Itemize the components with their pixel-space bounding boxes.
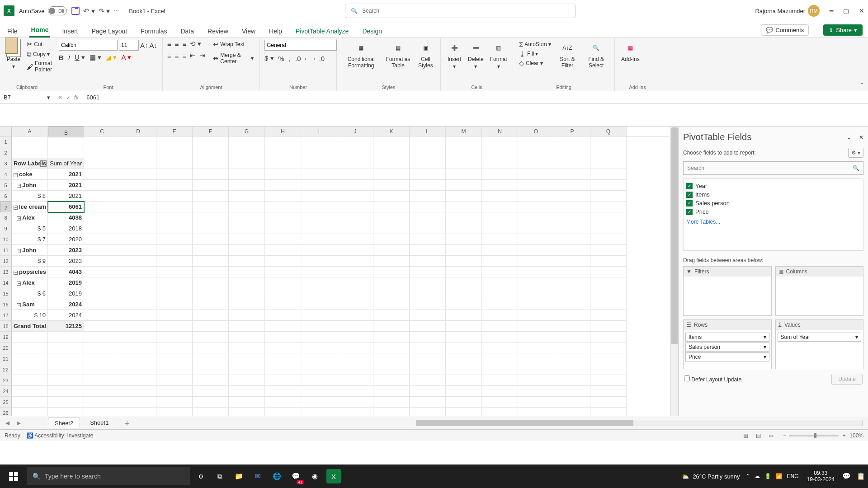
cell-B12[interactable]: 2023 <box>48 256 84 267</box>
cell-C1[interactable] <box>84 136 120 147</box>
column-header-B[interactable]: B <box>48 127 84 137</box>
cell-B8[interactable]: 4038 <box>48 212 84 223</box>
cell-J6[interactable] <box>337 191 373 202</box>
font-name-select[interactable] <box>59 40 118 51</box>
row-header[interactable]: 9 <box>0 223 12 234</box>
normal-view-icon[interactable]: ▦ <box>740 431 751 441</box>
cell-Q14[interactable] <box>590 277 627 288</box>
cell-F9[interactable] <box>193 223 229 234</box>
cell-I11[interactable] <box>301 245 337 256</box>
pill-sum-of-year[interactable]: Sum of Year▾ <box>778 333 862 342</box>
fill-color-button[interactable]: ◢ ▾ <box>106 53 117 61</box>
notifications-icon[interactable]: 💬 <box>839 469 854 483</box>
cell-J19[interactable] <box>337 332 373 343</box>
row-header[interactable]: 5 <box>0 180 12 191</box>
cell-P6[interactable] <box>554 191 590 202</box>
cell-A26[interactable] <box>12 408 48 416</box>
cell-M12[interactable] <box>446 256 482 267</box>
cell-E11[interactable] <box>156 245 193 256</box>
columns-area[interactable]: ▥Columns <box>775 266 864 316</box>
cell-A19[interactable] <box>12 332 48 343</box>
cell-Q6[interactable] <box>590 191 627 202</box>
cell-C14[interactable] <box>84 277 120 288</box>
cell-A18[interactable]: Grand Total <box>12 321 48 332</box>
cell-J2[interactable] <box>337 147 373 158</box>
cell-A21[interactable] <box>12 353 48 364</box>
cell-D23[interactable] <box>120 375 156 386</box>
cell-N5[interactable] <box>482 180 518 191</box>
cell-J12[interactable] <box>337 256 373 267</box>
cell-D26[interactable] <box>120 408 156 416</box>
cell-O7[interactable] <box>518 202 554 212</box>
cell-L23[interactable] <box>410 375 446 386</box>
cell-Q3[interactable] <box>590 158 627 169</box>
cell-H21[interactable] <box>265 353 301 364</box>
vertical-scrollbar[interactable] <box>670 127 678 416</box>
cell-P20[interactable] <box>554 343 590 353</box>
cell-H2[interactable] <box>265 147 301 158</box>
row-header[interactable]: 16 <box>0 299 12 310</box>
align-right-icon[interactable]: ≡ <box>183 52 187 60</box>
cell-H23[interactable] <box>265 375 301 386</box>
cell-C8[interactable] <box>84 212 120 223</box>
cell-K12[interactable] <box>373 256 410 267</box>
cell-M22[interactable] <box>446 364 482 375</box>
cell-K20[interactable] <box>373 343 410 353</box>
column-header-F[interactable]: F <box>193 127 229 136</box>
cell-B22[interactable] <box>48 364 84 375</box>
cell-E23[interactable] <box>156 375 193 386</box>
cell-G25[interactable] <box>229 397 265 408</box>
cell-P11[interactable] <box>554 245 590 256</box>
cell-H18[interactable] <box>265 321 301 332</box>
cell-Q5[interactable] <box>590 180 627 191</box>
tab-help[interactable]: Help <box>267 28 284 38</box>
cell-H26[interactable] <box>265 408 301 416</box>
pill-items[interactable]: Items▾ <box>685 333 769 342</box>
cell-F6[interactable] <box>193 191 229 202</box>
cell-I21[interactable] <box>301 353 337 364</box>
cell-J13[interactable] <box>337 267 373 277</box>
cell-L5[interactable] <box>410 180 446 191</box>
tab-design[interactable]: Design <box>360 28 384 38</box>
cell-C20[interactable] <box>84 343 120 353</box>
cell-D1[interactable] <box>120 136 156 147</box>
align-center-icon[interactable]: ≡ <box>175 52 179 60</box>
cell-E26[interactable] <box>156 408 193 416</box>
cell-K9[interactable] <box>373 223 410 234</box>
cell-K5[interactable] <box>373 180 410 191</box>
cell-C22[interactable] <box>84 364 120 375</box>
undo-icon[interactable]: ↶ ▾ <box>83 7 94 15</box>
cell-I22[interactable] <box>301 364 337 375</box>
cell-O6[interactable] <box>518 191 554 202</box>
cell-D9[interactable] <box>120 223 156 234</box>
cell-C26[interactable] <box>84 408 120 416</box>
cell-M2[interactable] <box>446 147 482 158</box>
merge-center-button[interactable]: ⬌Merge & Center ▾ <box>212 52 255 65</box>
cell-N9[interactable] <box>482 223 518 234</box>
wifi-icon[interactable]: 📶 <box>776 473 783 479</box>
cell-H10[interactable] <box>265 234 301 245</box>
cell-E19[interactable] <box>156 332 193 343</box>
cell-J4[interactable] <box>337 169 373 180</box>
cell-H6[interactable] <box>265 191 301 202</box>
excel-taskbar-icon[interactable]: X <box>326 469 341 483</box>
cell-K19[interactable] <box>373 332 410 343</box>
field-price[interactable]: ✓Price <box>686 207 860 216</box>
fx-icon[interactable]: fx <box>74 94 78 101</box>
scroll-thumb[interactable] <box>671 127 678 344</box>
new-sheet-button[interactable]: ＋ <box>118 418 136 428</box>
cell-C18[interactable] <box>84 321 120 332</box>
cell-E21[interactable] <box>156 353 193 364</box>
chevron-down-icon[interactable]: ⌄ <box>847 134 851 141</box>
cell-Q16[interactable] <box>590 299 627 310</box>
cell-Q11[interactable] <box>590 245 627 256</box>
cell-Q1[interactable] <box>590 136 627 147</box>
cell-F13[interactable] <box>193 267 229 277</box>
increase-indent-icon[interactable]: ⇥ <box>199 52 205 60</box>
sheet-tab-other[interactable]: Sheet1 <box>84 418 115 428</box>
cell-L6[interactable] <box>410 191 446 202</box>
cell-P22[interactable] <box>554 364 590 375</box>
cell-J25[interactable] <box>337 397 373 408</box>
collapse-icon[interactable]: − <box>14 271 18 275</box>
filters-area[interactable]: ▼Filters <box>683 266 772 316</box>
